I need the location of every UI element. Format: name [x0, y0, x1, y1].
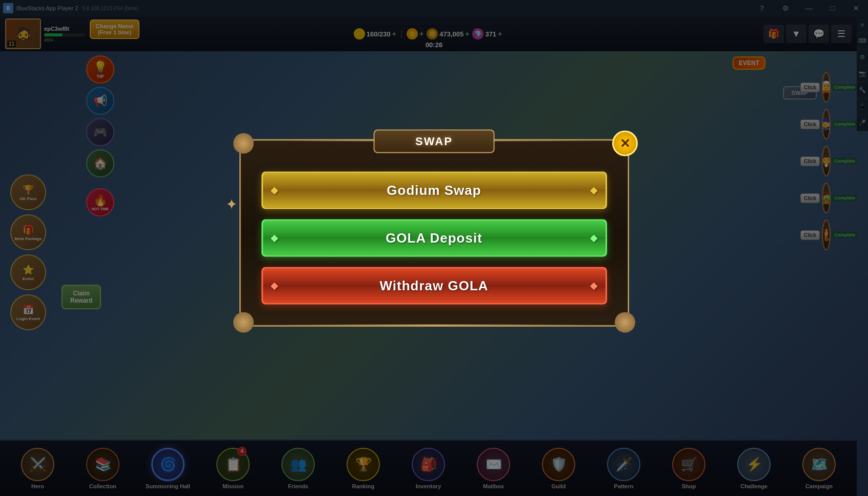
corner-decoration-br [615, 312, 635, 332]
swap-dialog: SWAP ✦ ✕ Godium Swap GOLA Deposit Withdr… [239, 139, 629, 326]
swap-dialog-title: SWAP [373, 129, 495, 153]
swap-close-button[interactable]: ✕ [612, 130, 638, 156]
withdraw-gola-button[interactable]: Withdraw GOLA [261, 267, 607, 304]
godium-swap-button[interactable]: Godium Swap [261, 171, 607, 209]
gola-deposit-button[interactable]: GOLA Deposit [261, 219, 607, 256]
dialog-bottom-decoration [279, 324, 589, 326]
corner-decoration-bl [233, 312, 254, 332]
close-x-icon: ✕ [620, 136, 630, 150]
corner-decoration-tl [233, 133, 254, 153]
dialog-left-decoration: ✦ [226, 196, 237, 213]
swap-menu-buttons: Godium Swap GOLA Deposit Withdraw GOLA [261, 171, 607, 304]
